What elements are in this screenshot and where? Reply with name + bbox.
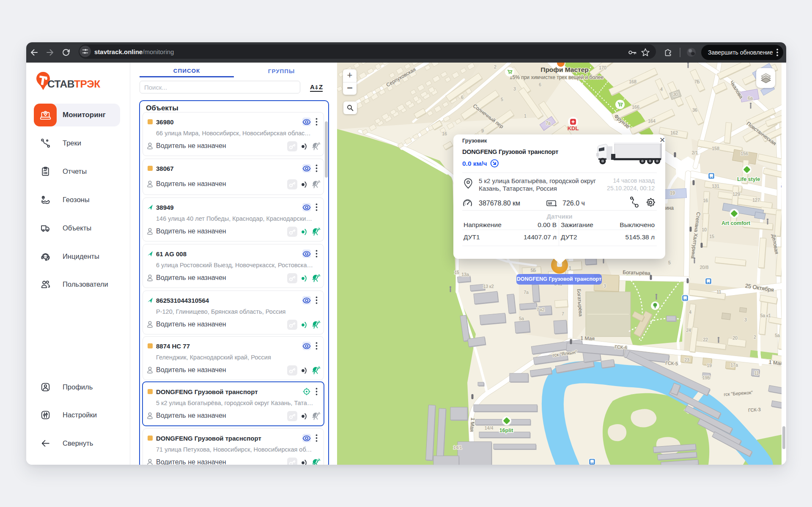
svg-text:1 Мая: 1 Мая [580,335,595,342]
svg-text:17а: 17а [730,362,738,367]
svg-text:4: 4 [660,87,663,92]
svg-text:13а: 13а [461,272,469,277]
svg-text:11: 11 [754,370,759,375]
svg-text:5а к1: 5а к1 [760,313,771,318]
svg-text:3: 3 [513,86,516,91]
svg-text:Art comfort: Art comfort [721,220,751,226]
svg-text:5а: 5а [519,316,524,321]
svg-text:2: 2 [754,334,756,340]
svg-text:5Б: 5Б [531,268,536,273]
svg-text:2/1: 2/1 [692,150,698,155]
svg-text:156: 156 [741,151,748,156]
svg-text:129: 129 [732,192,740,197]
svg-text:10: 10 [702,227,707,232]
svg-text:19: 19 [707,363,712,368]
svg-text:22: 22 [703,337,708,342]
svg-text:6: 6 [539,82,541,87]
svg-text:15: 15 [454,270,459,275]
svg-text:s9: s9 [549,202,552,205]
svg-text:5: 5 [501,97,503,102]
svg-text:5: 5 [668,260,671,265]
svg-text:ГСК-5: ГСК-5 [665,360,678,366]
svg-text:14/1: 14/1 [453,445,462,450]
svg-text:30: 30 [673,92,678,97]
svg-text:7 к2: 7 к2 [536,307,544,312]
svg-text:Life style: Life style [737,176,760,182]
svg-text:20: 20 [732,335,738,340]
svg-text:15% при химчистке трех вещей и: 15% при химчистке трех вещей и более [510,74,604,80]
svg-text:ГСК-6: ГСК-6 [614,344,627,350]
svg-text:7а: 7а [546,121,551,126]
svg-text:36: 36 [692,107,697,112]
svg-text:19Б: 19Б [702,375,710,380]
svg-text:2: 2 [494,64,497,69]
svg-text:127: 127 [752,197,760,203]
svg-text:7: 7 [562,311,564,316]
svg-text:5а: 5а [775,333,780,338]
svg-text:158: 158 [712,146,719,151]
svg-text:16: 16 [442,131,447,136]
svg-text:7Б: 7Б [694,79,700,84]
svg-text:3: 3 [604,283,606,288]
svg-text:Богатырёва: Богатырёва [623,269,650,276]
svg-text:168: 168 [629,79,636,84]
svg-text:4: 4 [689,310,691,315]
svg-text:13 к2: 13 к2 [483,284,494,289]
svg-text:162: 162 [670,130,678,135]
svg-text:1: 1 [569,266,571,271]
svg-text:164: 164 [648,118,656,123]
svg-text:23: 23 [684,357,689,362]
svg-text:1 Мая: 1 Мая [469,417,476,432]
svg-text:7а: 7а [524,290,529,295]
svg-text:15: 15 [709,234,714,239]
svg-text:170: 170 [599,65,606,70]
svg-text:9: 9 [481,128,484,133]
svg-text:131: 131 [712,184,719,189]
svg-text:16plit: 16plit [499,428,513,433]
svg-text:11: 11 [717,289,721,294]
svg-text:20/8: 20/8 [700,265,709,270]
svg-text:24: 24 [686,328,691,333]
svg-text:166: 166 [632,104,639,110]
svg-text:14/4: 14/4 [485,425,494,430]
svg-text:19: 19 [670,190,675,195]
svg-text:6: 6 [461,95,464,100]
svg-text:1: 1 [524,113,527,118]
svg-text:3: 3 [744,317,747,322]
svg-text:ГСК-3: ГСК-3 [748,407,761,413]
svg-text:ина: ина [665,205,674,211]
svg-text:16: 16 [703,198,708,203]
svg-text:Профи Мастер: Профи Мастер [540,66,589,73]
svg-text:KDL: KDL [568,125,579,132]
svg-text:6а: 6а [748,96,753,101]
